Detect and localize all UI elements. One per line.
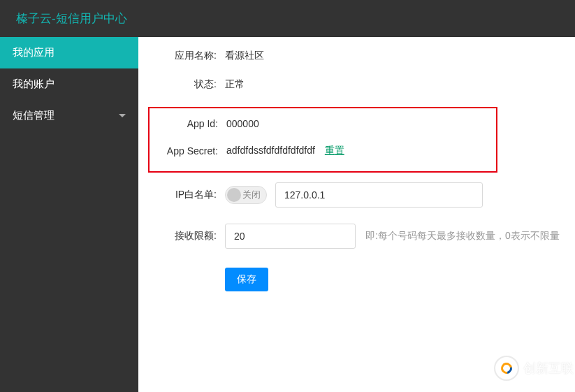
sidebar-item-label: 我的账户 (13, 78, 54, 91)
save-button[interactable]: 保存 (225, 268, 268, 291)
label-status: 状态: (148, 78, 217, 91)
row-ip-whitelist: IP白名单: 关闭 (138, 182, 575, 208)
chevron-down-icon (119, 114, 126, 117)
toggle-knob-icon (227, 188, 241, 202)
sidebar-item-label: 我的应用 (13, 46, 54, 59)
app-secret-text: adfdfdssfdfdfdfdfdfdf (226, 145, 315, 156)
label-limit: 接收限额: (148, 230, 217, 242)
limit-input[interactable] (225, 224, 356, 249)
row-limit: 接收限额: 即:每个号码每天最多接收数量，0表示不限量 (138, 224, 575, 249)
value-app-id: 000000 (226, 118, 259, 129)
label-ip-whitelist: IP白名单: (148, 189, 217, 201)
row-app-secret: App Secret: adfdfdssfdfdfdfdfdfdf 重置 (150, 145, 496, 157)
ip-whitelist-toggle[interactable]: 关闭 (225, 186, 267, 204)
sidebar-item-my-account[interactable]: 我的账户 (0, 68, 138, 100)
value-app-secret: adfdfdssfdfdfdfdfdfdf 重置 (226, 145, 344, 157)
row-status: 状态: 正常 (138, 78, 575, 91)
limit-hint: 即:每个号码每天最多接收数量，0表示不限量 (365, 230, 560, 242)
label-app-name: 应用名称: (148, 50, 217, 62)
value-app-name: 看源社区 (225, 50, 264, 62)
watermark-icon (494, 356, 519, 381)
sidebar-item-label: 短信管理 (13, 109, 54, 122)
row-app-id: App Id: 000000 (150, 118, 496, 129)
reset-secret-link[interactable]: 重置 (325, 145, 344, 156)
sidebar-item-sms-manage[interactable]: 短信管理 (0, 100, 138, 131)
sidebar-item-my-app[interactable]: 我的应用 (0, 37, 138, 68)
app-header: 榛子云-短信用户中心 (0, 0, 575, 37)
main-container: 我的应用 我的账户 短信管理 应用名称: 看源社区 状态: 正常 App Id:… (0, 37, 575, 392)
credentials-highlight-box: App Id: 000000 App Secret: adfdfdssfdfdf… (148, 107, 497, 173)
watermark-logo: 创新互联 (494, 356, 574, 381)
main-content: 应用名称: 看源社区 状态: 正常 App Id: 000000 App Sec… (138, 37, 575, 392)
watermark-icon-inner (499, 361, 514, 376)
app-title: 榛子云-短信用户中心 (16, 10, 127, 27)
value-status: 正常 (225, 78, 245, 91)
watermark-text: 创新互联 (523, 360, 574, 377)
label-app-secret: App Secret: (150, 145, 218, 157)
toggle-label: 关闭 (242, 189, 261, 201)
sidebar: 我的应用 我的账户 短信管理 (0, 37, 138, 392)
row-app-name: 应用名称: 看源社区 (138, 50, 575, 62)
label-app-id: App Id: (150, 118, 218, 129)
ip-whitelist-input[interactable] (275, 182, 483, 208)
